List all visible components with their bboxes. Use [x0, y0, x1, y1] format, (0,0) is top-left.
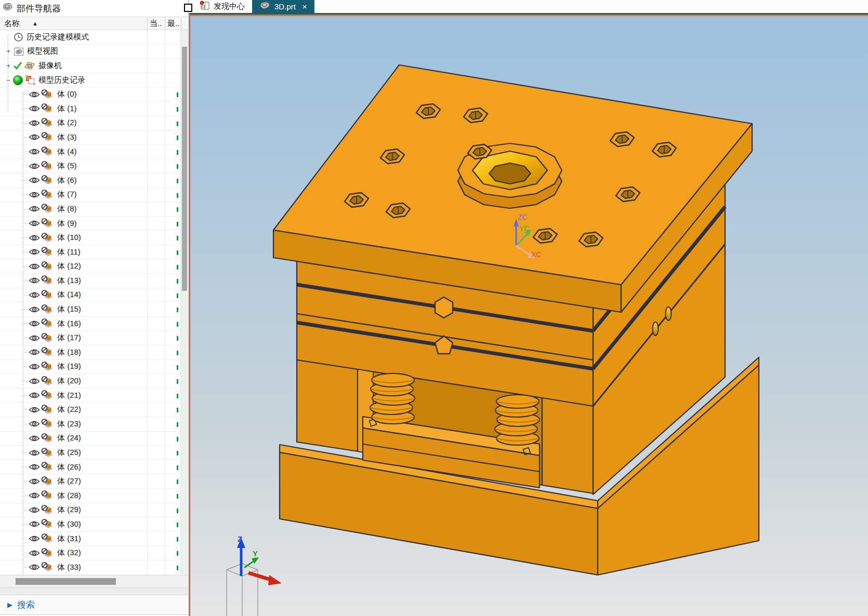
tab-label[interactable]: 3D.prt [274, 2, 296, 11]
tree-item-label[interactable]: 体 (8) [57, 204, 77, 214]
tree-item-body[interactable]: 体 (32) [0, 546, 188, 560]
model-canvas[interactable]: ZC YC XC Z Y [190, 16, 868, 616]
eye-icon[interactable] [29, 234, 40, 242]
tree-item-label[interactable]: 摄像机 [38, 61, 62, 71]
tree-item-label[interactable]: 体 (7) [57, 190, 77, 199]
tree-item-label[interactable]: 体 (1) [57, 104, 77, 114]
tree-item-body[interactable]: 体 (10) [0, 231, 188, 245]
tree-item-label[interactable]: 体 (29) [57, 505, 81, 515]
tree-item-history-mode[interactable]: 历史记录建模模式 [0, 30, 188, 45]
eye-icon[interactable] [29, 191, 40, 198]
tree-item-body[interactable]: 体 (33) [0, 560, 188, 575]
tree-item-body[interactable]: 体 (2) [0, 116, 188, 131]
column-name[interactable]: 名称 [4, 19, 20, 29]
panel-splitter[interactable] [0, 587, 188, 595]
eye-icon[interactable] [29, 506, 40, 514]
tree-horizontal-scrollbar[interactable] [0, 575, 188, 587]
tree-item-body[interactable]: 体 (16) [0, 317, 188, 331]
tree-item-body[interactable]: 体 (12) [0, 260, 188, 274]
tree-item-label[interactable]: 体 (20) [57, 376, 81, 386]
tree-item-label[interactable]: 体 (17) [57, 333, 81, 343]
scrollbar-thumb[interactable] [182, 47, 187, 291]
tree-item-body[interactable]: 体 (31) [0, 532, 188, 546]
tree-item-label[interactable]: 体 (31) [57, 534, 81, 544]
tree-item-label[interactable]: 体 (9) [57, 219, 77, 229]
eye-icon[interactable] [29, 277, 40, 284]
eye-icon[interactable] [29, 449, 40, 457]
graphics-viewport[interactable]: ZC YC XC Z Y [189, 15, 868, 616]
tree-item-body[interactable]: 体 (0) [0, 87, 188, 102]
tree-item-label[interactable]: 历史记录建模模式 [27, 32, 89, 42]
eye-icon[interactable] [29, 535, 40, 542]
tree-item-body[interactable]: 体 (29) [0, 503, 188, 518]
eye-icon[interactable] [29, 564, 40, 571]
tree-vertical-scrollbar[interactable] [180, 30, 188, 575]
eye-icon[interactable] [29, 248, 40, 256]
eye-icon[interactable] [29, 435, 40, 442]
tree-item-body[interactable]: 体 (3) [0, 130, 188, 145]
tree-item-body[interactable]: 体 (5) [0, 159, 188, 173]
tree-item-model-views[interactable]: + 模型视图 [0, 45, 188, 59]
tree-item-label[interactable]: 体 (13) [57, 276, 81, 286]
eye-icon[interactable] [29, 334, 40, 342]
eye-icon[interactable] [29, 205, 40, 212]
eye-icon[interactable] [29, 91, 40, 98]
tree-item-label[interactable]: 体 (16) [57, 319, 81, 329]
tab-label[interactable]: 发现中心 [214, 2, 245, 11]
tree-item-label[interactable]: 体 (10) [57, 233, 81, 243]
tree-item-cameras[interactable]: + 摄像机 [0, 59, 188, 73]
tree-item-body[interactable]: 体 (11) [0, 245, 188, 260]
eye-icon[interactable] [29, 349, 40, 356]
column-latest[interactable]: 最.. [167, 19, 179, 29]
eye-icon[interactable] [29, 163, 40, 170]
column-current[interactable]: 当.. [150, 19, 162, 29]
tree-item-body[interactable]: 体 (26) [0, 460, 188, 475]
eye-icon[interactable] [29, 492, 40, 499]
tree-item-label[interactable]: 体 (11) [57, 247, 81, 257]
search-section[interactable]: ▶ 搜索 [0, 595, 188, 615]
tree-item-label[interactable]: 体 (19) [57, 361, 81, 371]
tree-item-label[interactable]: 体 (2) [57, 118, 77, 128]
tree-item-label[interactable]: 体 (5) [57, 161, 77, 171]
tree-item-body[interactable]: 体 (6) [0, 173, 188, 188]
tree-item-label[interactable]: 体 (15) [57, 304, 81, 314]
tree-item-body[interactable]: 体 (8) [0, 202, 188, 217]
eye-icon[interactable] [29, 177, 40, 184]
tree-item-body[interactable]: 体 (27) [0, 474, 188, 489]
tree-item-body[interactable]: 体 (17) [0, 331, 188, 345]
tree-item-label[interactable]: 体 (26) [57, 462, 81, 472]
locating-ring[interactable] [458, 143, 562, 208]
tree-item-body[interactable]: 体 (22) [0, 403, 188, 417]
search-label[interactable]: 搜索 [17, 599, 35, 611]
eye-icon[interactable] [29, 363, 40, 370]
tree-item-label[interactable]: 体 (21) [57, 391, 81, 400]
eye-icon[interactable] [29, 478, 40, 485]
panel-float-button[interactable] [184, 4, 192, 12]
tree-item-body[interactable]: 体 (13) [0, 274, 188, 288]
eye-icon[interactable] [29, 320, 40, 327]
tree-item-label[interactable]: 体 (0) [57, 89, 77, 99]
tree-item-label[interactable]: 体 (12) [57, 261, 81, 271]
tree-item-label[interactable]: 体 (18) [57, 347, 81, 357]
tree-item-label[interactable]: 体 (33) [57, 563, 81, 572]
tree-item-body[interactable]: 体 (7) [0, 188, 188, 203]
tree-item-body[interactable]: 体 (30) [0, 517, 188, 532]
tree-item-label[interactable]: 体 (28) [57, 491, 81, 501]
eye-icon[interactable] [29, 133, 40, 141]
tree-item-body[interactable]: 体 (18) [0, 345, 188, 360]
eye-icon[interactable] [29, 406, 40, 413]
tree-item-body[interactable]: 体 (14) [0, 288, 188, 303]
eye-icon[interactable] [29, 420, 40, 427]
tree-item-label[interactable]: 体 (23) [57, 419, 81, 429]
tree-item-body[interactable]: 体 (20) [0, 374, 188, 389]
sort-ascending-icon[interactable]: ▲ [32, 20, 38, 26]
tree-item-label[interactable]: 体 (27) [57, 476, 81, 486]
tree-item-body[interactable]: 体 (15) [0, 302, 188, 317]
tree-item-body[interactable]: 体 (1) [0, 102, 188, 116]
tree-item-body[interactable]: 体 (28) [0, 489, 188, 503]
tree-item-label[interactable]: 体 (3) [57, 132, 77, 142]
tree-item-body[interactable]: 体 (19) [0, 360, 188, 374]
tree-item-label[interactable]: 模型视图 [27, 46, 58, 56]
eye-icon[interactable] [29, 119, 40, 127]
tree-item-label[interactable]: 模型历史记录 [38, 75, 85, 85]
